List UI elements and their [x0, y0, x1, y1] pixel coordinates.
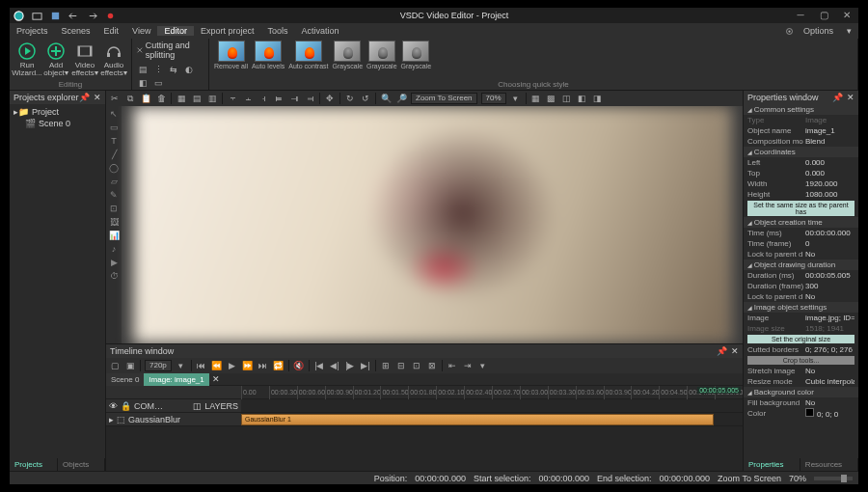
vt-cursor[interactable]: ↖: [108, 108, 120, 120]
prop-action-button[interactable]: Set the original size: [747, 335, 854, 343]
tab-properties[interactable]: Properties window: [744, 458, 800, 471]
rec-icon[interactable]: [104, 10, 117, 22]
tc-c2[interactable]: ⊟: [394, 359, 408, 372]
tb-al1[interactable]: ⫟: [226, 92, 239, 105]
tool-b[interactable]: ⋮: [151, 63, 165, 76]
tc-begin[interactable]: ⏮: [195, 359, 208, 372]
tb-copy[interactable]: ⧉: [123, 92, 137, 105]
prop-close-icon[interactable]: ✕: [847, 93, 854, 102]
pin-icon[interactable]: 📌: [79, 93, 90, 102]
tree-root[interactable]: ▸📁Project: [12, 106, 103, 118]
tc-b2[interactable]: ◀|: [328, 359, 341, 372]
menu-export[interactable]: Export project: [194, 26, 261, 36]
prop-row[interactable]: Imageimage.jpg; ID=1: [744, 313, 858, 323]
prop-row[interactable]: Color0; 0; 0: [744, 408, 858, 419]
prop-section[interactable]: Background color: [744, 387, 858, 397]
prop-row[interactable]: Time (ms)00:00:00.000: [744, 228, 858, 238]
tb-a2[interactable]: ▤: [190, 92, 203, 105]
prop-action-button[interactable]: Set the same size as the parent has: [747, 201, 854, 216]
prop-row[interactable]: Image size1518; 1941: [744, 323, 858, 334]
tc-dd[interactable]: ▾: [175, 359, 188, 372]
prop-section[interactable]: Object creation time: [744, 217, 858, 228]
tc-d3[interactable]: ▾: [476, 359, 490, 372]
vt-counter[interactable]: ⏱: [108, 270, 120, 282]
vt-audio[interactable]: ♪: [108, 243, 120, 255]
tb-dd[interactable]: ▾: [509, 92, 523, 105]
timeline-close-icon[interactable]: ✕: [731, 346, 739, 356]
prop-row[interactable]: Duration (frame)300: [744, 281, 858, 291]
prop-row[interactable]: Top0.000: [744, 168, 858, 178]
eye-icon[interactable]: 👁: [109, 401, 118, 411]
tree-scene[interactable]: 🎬Scene 0: [12, 118, 103, 129]
timeline-tab-close[interactable]: ✕: [209, 374, 223, 384]
tc-d2[interactable]: ⇥: [461, 359, 475, 372]
menu-projects[interactable]: Projects: [10, 26, 55, 36]
tc-b3[interactable]: |▶: [343, 359, 357, 372]
prop-row[interactable]: Resize modeCubic interpolation: [744, 376, 858, 387]
close-button[interactable]: ✕: [835, 8, 858, 23]
timeline-pin-icon[interactable]: 📌: [717, 346, 727, 356]
menu-edit[interactable]: Edit: [97, 26, 126, 36]
prop-row[interactable]: Duration (ms)00:00:05.005: [744, 270, 858, 281]
add-object-button[interactable]: Add object▾: [42, 41, 69, 78]
vt-text[interactable]: T: [108, 135, 120, 147]
audio-effects-button[interactable]: Audio effects▾: [100, 41, 127, 78]
tc-next[interactable]: ⏩: [241, 359, 255, 372]
tc-c1[interactable]: ⊞: [379, 359, 393, 372]
menu-scenes[interactable]: Scenes: [55, 26, 97, 36]
tb-a3[interactable]: ▥: [205, 92, 219, 105]
tool-f[interactable]: ▭: [151, 76, 165, 90]
tb-m5[interactable]: ◨: [591, 92, 605, 105]
tb-del[interactable]: 🗑: [154, 92, 168, 105]
prop-row[interactable]: Width1920.000: [744, 178, 858, 189]
tb-m3[interactable]: ◫: [560, 92, 574, 105]
tb-move[interactable]: ✥: [323, 92, 337, 105]
tool-d[interactable]: ◐: [182, 63, 196, 76]
tc-prev[interactable]: ⏪: [210, 359, 224, 372]
options-dropdown[interactable]: ▾: [840, 26, 858, 36]
tool-c[interactable]: ⇆: [167, 63, 180, 76]
menu-activation[interactable]: Activation: [294, 26, 345, 36]
minimize-button[interactable]: ─: [789, 8, 812, 23]
zoom-mode[interactable]: Zoom To Screen: [411, 93, 477, 104]
tc-del[interactable]: ▣: [123, 359, 137, 372]
tab-projects-explorer[interactable]: Projects explorer: [10, 458, 58, 471]
timeline-clip[interactable]: GaussianBlur 1: [241, 414, 714, 425]
status-slider[interactable]: [814, 477, 853, 480]
tool-e[interactable]: ◧: [136, 76, 149, 90]
timeline-ruler[interactable]: 0.0000:00.30000:00.60100:00.90100:01.201…: [106, 386, 743, 399]
tc-loop[interactable]: 🔁: [272, 359, 285, 372]
prop-row[interactable]: Composition modeBlend: [744, 136, 858, 147]
tb-z1[interactable]: 🔍: [379, 92, 393, 105]
quickstyle-2[interactable]: Auto contrast: [288, 41, 328, 69]
undo-icon[interactable]: [68, 10, 80, 22]
tb-al5[interactable]: ⫣: [287, 92, 301, 105]
prop-row[interactable]: TypeImage: [744, 115, 858, 125]
tab-resources[interactable]: Resources window: [800, 458, 858, 471]
quickstyle-0[interactable]: Remove all: [214, 41, 248, 69]
save-icon[interactable]: [49, 10, 62, 22]
quickstyle-3[interactable]: Grayscale: [333, 41, 364, 69]
prop-row[interactable]: Lock to parent dNo: [744, 291, 858, 302]
timeline-tab-image[interactable]: Image: image_1: [144, 373, 208, 386]
tb-m2[interactable]: ▩: [545, 92, 558, 105]
tb-a1[interactable]: ▦: [175, 92, 188, 105]
track-row[interactable]: ▸ ⬚ GaussianBlur GaussianBlur 1: [106, 413, 743, 426]
prop-row[interactable]: Cutted borders0; 276; 0; 276: [744, 344, 858, 355]
tb-m4[interactable]: ◧: [576, 92, 589, 105]
zoom-percent[interactable]: 70%: [481, 93, 506, 104]
tc-c4[interactable]: ⊠: [425, 359, 439, 372]
prop-row[interactable]: Height1080.000: [744, 189, 858, 200]
tc-d1[interactable]: ⇤: [446, 359, 459, 372]
quickstyle-1[interactable]: Auto levels: [252, 41, 285, 69]
prop-section[interactable]: Image object settings: [744, 302, 858, 313]
tc-b4[interactable]: ▶|: [359, 359, 372, 372]
gear-icon[interactable]: [785, 27, 794, 36]
tab-objects-explorer[interactable]: Objects explorer: [58, 458, 105, 471]
vt-crop[interactable]: ⊡: [108, 203, 120, 214]
prop-pin-icon[interactable]: 📌: [832, 93, 843, 102]
tb-al2[interactable]: ⫠: [241, 92, 255, 105]
prop-action-button[interactable]: Crop tools...: [747, 356, 854, 365]
vt-video[interactable]: ▶: [108, 257, 120, 268]
tc-end[interactable]: ⏭: [257, 359, 270, 372]
